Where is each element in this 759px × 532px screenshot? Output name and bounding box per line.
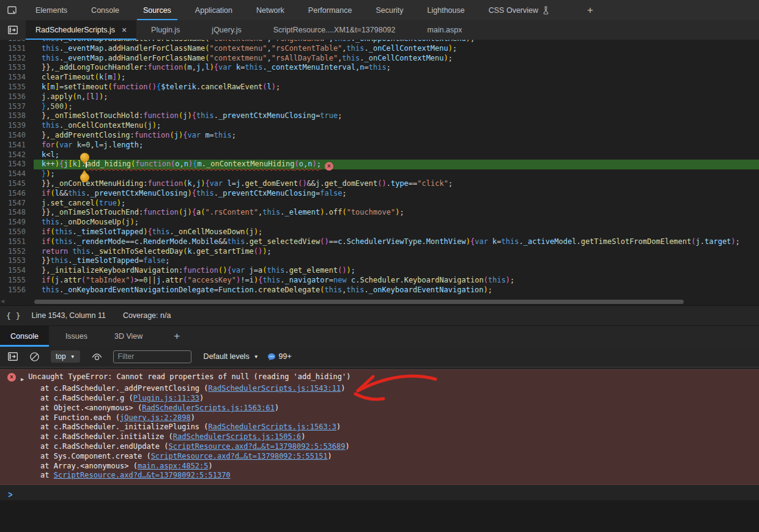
code-text: },_addPreventClosing:function(j){var m=t… xyxy=(34,131,759,141)
code-line-1552[interactable]: 1552return this._switchToSelectedDay(k.g… xyxy=(0,247,759,257)
code-lines: 1530this._eventMap.addHandlerForClassNam… xyxy=(0,40,759,295)
code-line-1533[interactable]: 1533}},_addLongTouchHandler:function(m,j… xyxy=(0,63,759,73)
console-filter-input[interactable] xyxy=(113,350,191,363)
close-tab-icon[interactable]: × xyxy=(122,26,127,34)
stack-frame-text: ) xyxy=(275,404,279,412)
source-location-link[interactable]: RadSchedulerScripts.js:1563:3 xyxy=(209,423,337,431)
file-tab-plugin-js[interactable]: Plugin.js xyxy=(141,20,190,40)
main-tab-network[interactable]: Network xyxy=(248,0,292,20)
code-line-1547[interactable]: 1547j.set_cancel(true); xyxy=(0,199,759,209)
code-line-1548[interactable]: 1548}},_onTimeSlotTouchEnd:function(j){a… xyxy=(0,208,759,218)
code-line-1540[interactable]: 1540},_addPreventClosing:function(j){var… xyxy=(0,131,759,141)
line-number: 1553 xyxy=(0,256,34,266)
issues-count-badge[interactable]: 99+ xyxy=(267,352,292,361)
code-line-1538[interactable]: 1538},_onTimeSlotTouchHold:function(j){t… xyxy=(0,111,759,121)
code-line-1551[interactable]: 1551if(this._renderMode==c.RenderMode.Mo… xyxy=(0,237,759,247)
code-line-1537[interactable]: 1537},500); xyxy=(0,102,759,112)
source-location-link[interactable]: RadSchedulerScripts.js:1505:6 xyxy=(173,432,302,441)
source-location-link[interactable]: Plugin.js:11:33 xyxy=(133,394,199,402)
line-number: 1545 xyxy=(0,179,34,189)
code-line-1536[interactable]: 1536j.apply(n,[l]); xyxy=(0,92,759,102)
console-sidebar-toggle-icon[interactable] xyxy=(7,352,18,361)
file-tab-scriptresource-xm1-t-13798092[interactable]: ScriptResource....XM1&t=13798092 xyxy=(264,20,405,40)
code-line-1534[interactable]: 1534clearTimeout(k[m]); xyxy=(0,73,759,83)
code-text: j.set_cancel(true); xyxy=(34,199,759,209)
main-tab-sources[interactable]: Sources xyxy=(135,0,179,20)
main-tab-label: Lighthouse xyxy=(428,6,465,15)
stack-frame-text: ) xyxy=(328,452,332,460)
code-text: clearTimeout(k[m]); xyxy=(34,73,759,83)
file-tab-jquery-js[interactable]: jQuery.js xyxy=(202,20,251,40)
code-line-1541[interactable]: 1541for(var k=0,l=j.length; xyxy=(0,141,759,150)
horizontal-scrollbar[interactable]: ◀ xyxy=(0,298,759,305)
file-tab-radschedulerscripts-js[interactable]: RadSchedulerScripts.js× xyxy=(26,20,136,40)
source-location-link[interactable]: main.aspx:4852:5 xyxy=(138,462,209,470)
more-tools-button[interactable]: + xyxy=(581,5,599,15)
device-emulation-icon[interactable] xyxy=(7,5,18,16)
clear-console-button[interactable] xyxy=(29,352,40,362)
source-location-link[interactable]: ScriptResource.axd?d…&t=13798092:5:53689 xyxy=(169,442,346,451)
console-tabbar: ConsoleIssues3D View + xyxy=(0,325,759,346)
code-line-1532[interactable]: 1532this._eventMap.addHandlerForClassNam… xyxy=(0,54,759,64)
code-editor[interactable]: 1530this._eventMap.addHandlerForClassNam… xyxy=(0,40,759,305)
code-line-1535[interactable]: 1535k[m]=setTimeout(function(){$telerik.… xyxy=(0,83,759,92)
expand-triangle-icon[interactable]: ▶ xyxy=(21,375,24,385)
code-line-1545[interactable]: 1545}},_onContextMenuHiding:function(k,j… xyxy=(0,179,759,189)
main-tab-application[interactable]: Application xyxy=(187,0,240,20)
line-number: 1532 xyxy=(0,54,34,64)
live-expression-eye-button[interactable] xyxy=(91,352,103,361)
add-drawer-tab-button[interactable]: + xyxy=(174,331,180,341)
file-tab-main-aspx[interactable]: main.aspx xyxy=(418,20,472,40)
main-tab-label: Network xyxy=(256,6,284,15)
main-tab-css-overview[interactable]: CSS Overview xyxy=(481,0,557,20)
line-number: 1530 xyxy=(0,40,34,44)
code-line-1531[interactable]: 1531this._eventMap.addHandlerForClassNam… xyxy=(0,44,759,54)
console-tabs: ConsoleIssues3D View xyxy=(0,326,159,346)
code-line-1556[interactable]: 1556this._onKeyboardEventNavigationDeleg… xyxy=(0,286,759,295)
code-line-1555[interactable]: 1555if(j.attr("tabIndex")>=0||j.attr("ac… xyxy=(0,276,759,286)
console-tab-issues[interactable]: Issues xyxy=(55,326,98,347)
main-tab-lighthouse[interactable]: Lighthouse xyxy=(420,0,473,20)
main-tab-elements[interactable]: Elements xyxy=(28,0,75,20)
code-line-1553[interactable]: 1553}}this._timeSlotTapped=false; xyxy=(0,256,759,266)
code-line-1546[interactable]: 1546if(l&&this._preventCtxMenuClosing){t… xyxy=(0,189,759,199)
code-line-1549[interactable]: 1549this._onDocMouseUp(j); xyxy=(0,218,759,227)
stack-frame-text: ) xyxy=(191,413,195,422)
code-line-1550[interactable]: 1550if(this._timeSlotTapped){this._onCel… xyxy=(0,227,759,237)
line-number: 1538 xyxy=(0,111,34,121)
console-tab-3d-view[interactable]: 3D View xyxy=(104,326,153,347)
scrollbar-left-arrow-icon[interactable]: ◀ xyxy=(1,299,4,304)
console-tab-console[interactable]: Console xyxy=(0,326,49,347)
source-location-link[interactable]: ScriptResource.axd?d…&t=13798092:5:55151 xyxy=(151,452,328,460)
code-line-1539[interactable]: 1539this._onCellContextMenu(j); xyxy=(0,121,759,131)
main-tab-performance[interactable]: Performance xyxy=(300,0,360,20)
code-line-1542[interactable]: 1542k<l; xyxy=(0,150,759,160)
line-number: 1552 xyxy=(0,247,34,257)
source-location-link[interactable]: jQuery.js:2:2898 xyxy=(120,413,191,422)
source-location-link[interactable]: ScriptResource.axd?d…&t=13798092:5:51370 xyxy=(54,471,231,479)
navigator-toggle-icon[interactable] xyxy=(7,25,18,35)
main-tab-security[interactable]: Security xyxy=(368,0,411,20)
scrollbar-thumb[interactable] xyxy=(34,300,684,304)
code-line-1530[interactable]: 1530this._eventMap.addHandlerForClassNam… xyxy=(0,40,759,44)
code-line-1544[interactable]: 1544}); xyxy=(0,169,759,179)
source-location-link[interactable]: RadSchedulerScripts.js:1563:61 xyxy=(142,404,275,412)
javascript-context-dropdown[interactable]: top ▼ xyxy=(51,350,80,363)
stack-frame-text: at c.RadScheduler.initialize ( xyxy=(40,432,173,441)
log-levels-dropdown[interactable]: Default levels ▼ xyxy=(204,352,259,361)
cursor-position-label: Line 1543, Column 11 xyxy=(31,311,105,320)
main-tab-console[interactable]: Console xyxy=(83,0,127,20)
code-line-1543[interactable]: 1543k++){j[k].add_hiding(function(o,n){m… xyxy=(0,160,759,169)
code-text: return this._switchToSelectedDay(k.get_s… xyxy=(34,247,759,257)
stack-frame: at c.RadScheduler.g (Plugin.js:11:33) xyxy=(6,394,753,404)
selection-handle-bottom[interactable] xyxy=(80,173,89,182)
source-location-link[interactable]: RadSchedulerScripts.js:1543:11 xyxy=(209,384,341,393)
line-number: 1547 xyxy=(0,199,34,209)
code-line-1554[interactable]: 1554},_initializeKeyboardNavigation:func… xyxy=(0,266,759,276)
line-number: 1540 xyxy=(0,131,34,141)
pretty-print-icon[interactable]: { } xyxy=(6,311,20,320)
code-text: if(this._renderMode==c.RenderMode.Mobile… xyxy=(34,237,759,247)
selection-handle-top[interactable] xyxy=(80,153,89,162)
line-number: 1555 xyxy=(0,276,34,286)
console-prompt[interactable]: > xyxy=(0,487,759,501)
